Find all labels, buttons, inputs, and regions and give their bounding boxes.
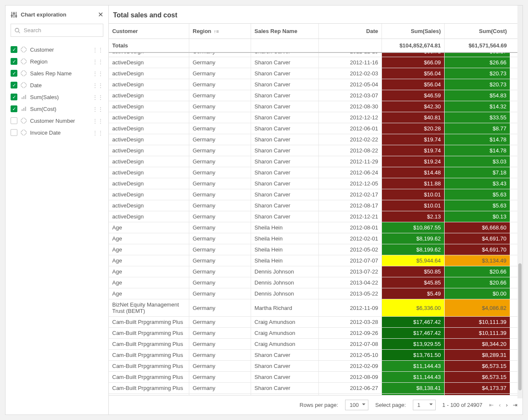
field-checkbox[interactable] <box>11 94 17 100</box>
table-row[interactable]: AgeGermanyDennis Johnson2013-07-22$50.85… <box>109 266 522 277</box>
table-row[interactable]: activeDesignGermanySharon Carver2012-08-… <box>109 200 522 211</box>
pager-first-icon[interactable]: ⇤ <box>489 402 494 408</box>
cell-rep: Craig Amundson <box>251 317 319 327</box>
search-box[interactable] <box>11 24 103 37</box>
table-row[interactable]: activeDesignGermanySharon Carver2012-06-… <box>109 123 522 134</box>
close-icon[interactable]: ✕ <box>98 11 103 19</box>
table-row[interactable]: AgeGermanySheila Hein2012-05-02$8,199.62… <box>109 244 522 255</box>
field-row-customer[interactable]: Customer⋮⋮ <box>11 44 103 55</box>
cell-sales: $19.74 <box>382 145 445 156</box>
table-row[interactable]: AgeGermanyDennis Johnson2013-05-22$5.49$… <box>109 288 522 299</box>
field-row-invoice-date[interactable]: Invoice Date⋮⋮ <box>11 127 103 138</box>
table-row[interactable]: Cam-Built Prpgramming PlusGermanySharon … <box>109 372 522 383</box>
table-row[interactable]: AgeGermanySheila Hein2012-02-01$8,199.62… <box>109 233 522 244</box>
cell-rep: Sharon Carver <box>251 361 319 371</box>
col-region[interactable]: Region↑≡ <box>189 24 251 39</box>
drag-handle-icon[interactable]: ⋮⋮ <box>92 118 103 124</box>
field-label: Sum(Sales) <box>30 94 89 100</box>
field-checkbox[interactable] <box>11 46 17 53</box>
field-row-customer-number[interactable]: Customer Number⋮⋮ <box>11 115 103 127</box>
scrollbar-thumb[interactable] <box>518 263 522 390</box>
field-checkbox[interactable] <box>11 58 17 65</box>
table-row[interactable]: activeDesignGermanySharon Carver2012-05-… <box>109 79 522 90</box>
cell-cost: $4,691.70 <box>445 233 510 244</box>
drag-handle-icon[interactable]: ⋮⋮ <box>92 106 103 112</box>
table-row[interactable]: Cam-Built Prpgramming PlusGermanyCraig A… <box>109 339 522 350</box>
rows-per-page-select[interactable]: 100 <box>345 400 369 410</box>
field-checkbox[interactable] <box>11 82 17 88</box>
table-row[interactable]: BizNet Equity Management Trust (BEMT)Ger… <box>109 299 522 317</box>
table-row[interactable]: activeDesignGermanySharon Carver2012-08-… <box>109 145 522 156</box>
table-row[interactable]: activeDesignGermanySharon Carver2012-12-… <box>109 211 522 222</box>
table-row[interactable]: activeDesignGermanySharon Carver2012-02-… <box>109 134 522 145</box>
field-checkbox[interactable] <box>11 105 17 112</box>
search-input[interactable] <box>23 27 100 34</box>
table-row[interactable]: activeDesignGermanySharon Carver2012-11-… <box>109 156 522 167</box>
cell-region: Germany <box>189 211 251 222</box>
vertical-scrollbar[interactable] <box>517 6 522 398</box>
table-row[interactable]: activeDesignGermanySharon Carver2012-12-… <box>109 53 522 57</box>
cell-rep: Sheila Hein <box>251 222 319 233</box>
pager-last-icon[interactable]: ⇥ <box>513 402 517 408</box>
drag-handle-icon[interactable]: ⋮⋮ <box>92 94 103 100</box>
table-row[interactable]: Cam-Built Prpgramming PlusGermanySharon … <box>109 394 522 395</box>
field-row-date[interactable]: Date⋮⋮ <box>11 79 103 91</box>
pager-prev-icon[interactable]: ‹ <box>499 402 500 408</box>
cell-region: Germany <box>189 112 251 123</box>
drag-handle-icon[interactable]: ⋮⋮ <box>92 70 103 77</box>
field-checkbox[interactable] <box>11 129 17 136</box>
table-row[interactable]: Cam-Built Prpgramming PlusGermanySharon … <box>109 383 522 394</box>
pager-next-icon[interactable]: › <box>506 402 508 408</box>
table-row[interactable]: activeDesignGermanySharon Carver2012-03-… <box>109 90 522 101</box>
cell-sales: $8,199.62 <box>382 233 445 244</box>
cell-rep: Sheila Hein <box>251 244 319 255</box>
col-sum-cost[interactable]: Sum(Cost) <box>445 24 510 39</box>
field-row-region[interactable]: Region⋮⋮ <box>11 55 103 67</box>
cell-region: Germany <box>189 178 251 189</box>
cell-customer: Cam-Built Prpgramming Plus <box>109 350 189 360</box>
table-row[interactable]: activeDesignGermanySharon Carver2012-06-… <box>109 167 522 178</box>
table-row[interactable]: activeDesignGermanySharon Carver2012-12-… <box>109 178 522 189</box>
measure-icon <box>21 94 27 100</box>
cell-date: 2012-06-24 <box>319 167 382 178</box>
col-sum-sales[interactable]: Sum(Sales) <box>382 24 445 39</box>
cell-date: 2012-05-10 <box>319 350 382 360</box>
drag-handle-icon[interactable]: ⋮⋮ <box>92 130 103 136</box>
col-date[interactable]: Date <box>319 24 382 39</box>
table-row[interactable]: activeDesignGermanySharon Carver2012-11-… <box>109 57 522 68</box>
table-row[interactable]: Cam-Built Prpgramming PlusGermanySharon … <box>109 361 522 372</box>
field-row-sales-rep-name[interactable]: Sales Rep Name⋮⋮ <box>11 67 103 79</box>
drag-handle-icon[interactable]: ⋮⋮ <box>92 58 103 65</box>
table-row[interactable]: activeDesignGermanySharon Carver2012-02-… <box>109 189 522 200</box>
field-label: Sum(Cost) <box>30 106 89 112</box>
table-row[interactable]: AgeGermanySheila Hein2012-08-01$10,867.5… <box>109 222 522 233</box>
cell-rep: Sharon Carver <box>251 134 319 145</box>
cell-customer: Age <box>109 266 189 277</box>
col-customer[interactable]: Customer <box>109 24 189 39</box>
field-checkbox[interactable] <box>11 70 17 77</box>
cell-sales: $7,553.63 <box>382 394 445 395</box>
table-row[interactable]: Cam-Built Prpgramming PlusGermanyCraig A… <box>109 328 522 339</box>
select-page-select[interactable]: 1 <box>413 400 436 410</box>
table-row[interactable]: activeDesignGermanySharon Carver2012-12-… <box>109 112 522 123</box>
field-row-sum-sales-[interactable]: Sum(Sales)⋮⋮ <box>11 91 103 103</box>
table-row[interactable]: AgeGermanyDennis Johnson2013-04-22$45.85… <box>109 277 522 288</box>
table-row[interactable]: Cam-Built Prpgramming PlusGermanySharon … <box>109 350 522 361</box>
field-row-sum-cost-[interactable]: Sum(Cost)⋮⋮ <box>11 103 103 115</box>
table-row[interactable]: activeDesignGermanySharon Carver2012-02-… <box>109 68 522 79</box>
cell-rep: Sheila Hein <box>251 233 319 244</box>
totals-row: Totals $104,852,674.81 $61,571,564.69 <box>109 39 522 53</box>
table-row[interactable]: activeDesignGermanySharon Carver2012-08-… <box>109 101 522 112</box>
drag-handle-icon[interactable]: ⋮⋮ <box>92 47 103 53</box>
field-checkbox[interactable] <box>11 117 17 124</box>
cell-customer: activeDesign <box>109 134 189 145</box>
table-row[interactable]: Cam-Built Prpgramming PlusGermanyCraig A… <box>109 317 522 328</box>
col-sales-rep[interactable]: Sales Rep Name <box>251 24 319 39</box>
table-header: Customer Region↑≡ Sales Rep Name Date Su… <box>109 23 522 39</box>
table-body[interactable]: activeDesignGermanySharon Carver2012-12-… <box>109 53 522 395</box>
table-row[interactable]: AgeGermanySheila Hein2012-07-07$5,944.64… <box>109 255 522 266</box>
cell-sales: $50.85 <box>382 266 445 277</box>
cell-cost: $4,691.70 <box>445 244 510 255</box>
cell-cost: $3.03 <box>445 156 510 167</box>
drag-handle-icon[interactable]: ⋮⋮ <box>92 82 103 88</box>
